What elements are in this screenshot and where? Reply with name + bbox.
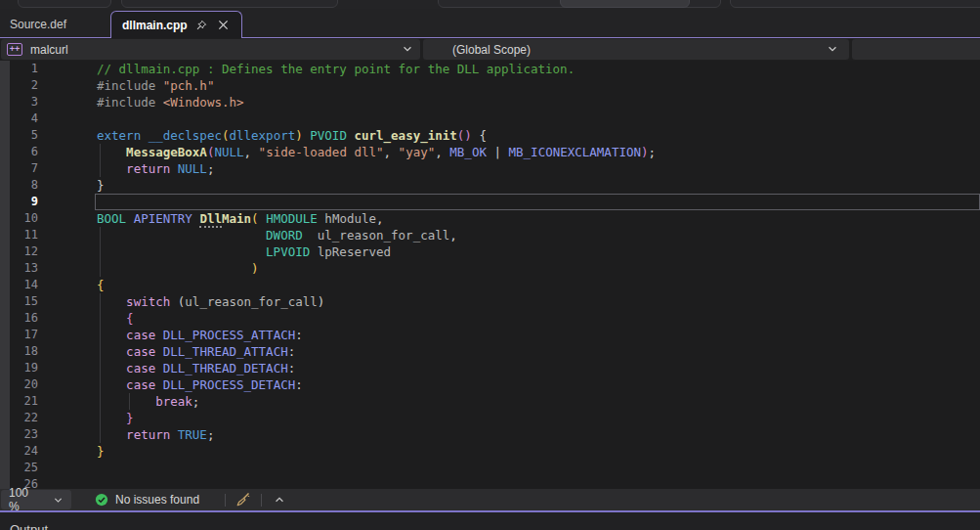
code-line[interactable]: LPVOID lpReserved	[95, 243, 980, 260]
line-number: 23	[10, 426, 40, 443]
code-pane[interactable]: // dllmain.cpp : Defines the entry point…	[95, 61, 980, 489]
code-token: DLL_PROCESS_ATTACH	[163, 328, 295, 342]
code-line[interactable]	[95, 460, 980, 476]
code-token: {	[472, 128, 487, 143]
broom-icon[interactable]	[234, 491, 253, 508]
close-icon[interactable]	[216, 18, 231, 32]
code-token: NULL	[178, 161, 207, 176]
code-token: ;	[649, 145, 657, 159]
code-line[interactable]: }	[95, 410, 980, 426]
code-token: MB_OK	[449, 145, 487, 159]
code-line[interactable]	[95, 476, 980, 489]
line-number: 13	[10, 260, 40, 277]
code-token: ,	[384, 145, 399, 159]
code-token: "yay"	[399, 145, 436, 159]
code-token: )	[641, 145, 649, 159]
code-token: lpReserved	[318, 244, 391, 259]
code-line[interactable]: case DLL_THREAD_DETACH:	[95, 360, 980, 376]
code-line[interactable]: // dllmain.cpp : Defines the entry point…	[95, 61, 980, 77]
line-number: 15	[10, 293, 40, 310]
zoom-level-label: 100 %	[9, 486, 39, 513]
code-line[interactable]	[95, 194, 980, 210]
code-line[interactable]: extern __declspec(dllexport) PVOID curl_…	[95, 127, 980, 144]
code-token: NULL	[214, 145, 243, 159]
code-token	[155, 344, 163, 359]
zoom-dropdown[interactable]: 100 %	[1, 490, 71, 509]
code-token: DLL_THREAD_DETACH	[163, 361, 288, 375]
scope-dropdown[interactable]: (Global Scope)	[423, 39, 849, 60]
code-line[interactable]: }	[95, 443, 980, 460]
code-token: BOOL	[97, 211, 126, 226]
code-token	[97, 361, 126, 375]
code-token	[97, 228, 266, 243]
line-number: 22	[10, 410, 40, 426]
code-line[interactable]: case DLL_THREAD_ATTACH:	[95, 343, 980, 360]
line-number: 17	[10, 327, 40, 343]
code-token: return	[126, 427, 170, 442]
toolbar-remnant	[730, 0, 980, 8]
code-token: :	[295, 377, 303, 392]
code-token: Main	[222, 211, 251, 226]
code-line[interactable]: case DLL_PROCESS_ATTACH:	[95, 327, 980, 343]
code-line[interactable]: return NULL;	[95, 160, 980, 177]
project-dropdown[interactable]: ++ malcurl	[1, 39, 420, 60]
code-token: __declspec	[149, 128, 222, 143]
code-token	[259, 211, 267, 226]
line-number: 7	[10, 160, 40, 177]
chevron-up-icon[interactable]	[270, 491, 289, 508]
code-token: ;	[207, 161, 215, 176]
code-token: MessageBoxA	[126, 145, 207, 159]
pin-icon[interactable]	[194, 18, 209, 32]
code-line[interactable]: return TRUE;	[95, 426, 980, 443]
code-token: TRUE	[178, 427, 207, 442]
tab-source-def[interactable]: Source.def	[0, 11, 109, 37]
code-token: )	[464, 128, 472, 143]
code-token: ,	[376, 211, 384, 226]
issues-status[interactable]: No issues found	[95, 493, 199, 507]
code-line[interactable]: #include <Windows.h>	[95, 94, 980, 110]
code-line[interactable]: }	[95, 177, 980, 194]
code-token	[97, 411, 126, 425]
output-panel: Output	[0, 512, 980, 530]
code-token	[97, 427, 126, 442]
code-token: break	[155, 394, 192, 409]
code-token: HMODULE	[266, 211, 318, 226]
code-line[interactable]: MessageBoxA(NULL, "side-loaded dll", "ya…	[95, 144, 980, 160]
code-line[interactable]: #include "pch.h"	[95, 77, 980, 94]
code-token: ;	[192, 394, 200, 409]
code-token: APIENTRY	[134, 211, 192, 226]
tab-dllmain-cpp[interactable]: dllmain.cpp	[110, 11, 242, 38]
line-number: 14	[10, 277, 40, 293]
code-token	[155, 328, 163, 342]
code-token: DLL_PROCESS_DETACH	[163, 377, 295, 392]
code-line[interactable]: switch (ul_reason_for_call)	[95, 293, 980, 310]
line-number: 10	[10, 210, 40, 227]
code-line[interactable]	[95, 110, 980, 127]
code-token	[303, 228, 318, 243]
code-token: {	[97, 278, 105, 292]
toolbar-remnant-strip	[0, 0, 980, 9]
line-number: 11	[10, 227, 40, 243]
line-number: 24	[10, 443, 40, 460]
breakpoint-margin[interactable]	[0, 61, 10, 489]
code-line[interactable]: BOOL APIENTRY DllMain( HMODULE hModule,	[95, 210, 980, 227]
code-line[interactable]: )	[95, 260, 980, 277]
code-line[interactable]: case DLL_PROCESS_DETACH:	[95, 376, 980, 393]
code-token: case	[126, 328, 155, 342]
chevron-down-icon	[402, 43, 413, 55]
code-token: )	[295, 128, 303, 143]
code-token	[97, 261, 251, 276]
code-line[interactable]: break;	[95, 393, 980, 410]
code-line[interactable]: {	[95, 277, 980, 293]
code-token: switch	[126, 294, 170, 309]
code-line[interactable]: {	[95, 310, 980, 327]
gutter: 1234567891011121314151617181920212223242…	[10, 61, 40, 489]
toolbar-remnant	[560, 0, 690, 8]
code-token: {	[126, 311, 134, 326]
output-panel-tab[interactable]: Output	[10, 522, 48, 530]
project-dropdown-label: malcurl	[30, 43, 68, 57]
code-line[interactable]: DWORD ul_reason_for_call,	[95, 227, 980, 243]
document-tab-bar: Source.def dllmain.cpp	[0, 9, 980, 37]
editor-status-bar: 100 % No issues found	[0, 489, 980, 510]
member-dropdown[interactable]	[852, 39, 980, 60]
